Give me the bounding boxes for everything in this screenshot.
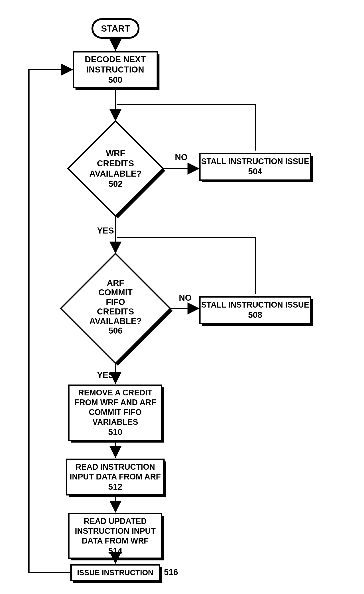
svg-text:CREDITS: CREDITS [97,307,134,316]
svg-text:508: 508 [248,310,262,320]
no-label-1: NO [175,153,188,162]
svg-text:INSTRUCTION: INSTRUCTION [86,65,144,74]
svg-text:INSTRUCTION INPUT: INSTRUCTION INPUT [75,526,156,535]
loop-back-edge [29,70,72,573]
svg-text:READ INSTRUCTION: READ INSTRUCTION [76,462,155,472]
svg-text:504: 504 [248,167,262,176]
node-read-arf: READ INSTRUCTION INPUT DATA FROM ARF 512 [67,459,166,497]
svg-text:516: 516 [164,567,178,577]
svg-text:REMOVE A CREDIT: REMOVE A CREDIT [78,388,152,397]
svg-text:COMMIT FIFO: COMMIT FIFO [89,408,142,417]
svg-text:INPUT DATA FROM ARF: INPUT DATA FROM ARF [70,472,161,481]
svg-text:COMMIT: COMMIT [98,288,133,297]
node-remove-credit: REMOVE A CREDIT FROM WRF AND ARF COMMIT … [69,385,164,443]
start-terminator: START [92,19,139,38]
svg-text:ARF: ARF [107,278,124,288]
svg-text:500: 500 [108,75,122,85]
node-arf-diamond: ARF COMMIT FIFO CREDITS AVAILABLE? 506 [61,254,173,366]
svg-text:STALL INSTRUCTION ISSUE: STALL INSTRUCTION ISSUE [201,300,309,309]
node-stall-508: STALL INSTRUCTION ISSUE 508 [200,297,313,326]
no-label-2: NO [179,293,192,303]
svg-text:WRF: WRF [106,148,125,158]
svg-text:AVAILABLE?: AVAILABLE? [89,169,142,178]
node-decode: DECODE NEXT INSTRUCTION 500 [73,52,159,90]
svg-text:FROM WRF AND ARF: FROM WRF AND ARF [74,398,156,407]
start-label: START [101,24,130,33]
yes-label-1: YES [97,226,114,235]
svg-text:READ UPDATED: READ UPDATED [84,517,147,526]
svg-text:VARIABLES: VARIABLES [92,418,138,426]
svg-text:DECODE NEXT: DECODE NEXT [85,55,146,64]
flowchart: START DECODE NEXT INSTRUCTION 500 WRF CR… [0,0,364,594]
svg-text:CREDITS: CREDITS [97,159,134,168]
yes-label-2: YES [97,371,114,380]
svg-text:ISSUE INSTRUCTION: ISSUE INSTRUCTION [77,568,153,577]
svg-text:514: 514 [108,546,122,555]
svg-text:STALL INSTRUCTION ISSUE: STALL INSTRUCTION ISSUE [201,157,309,166]
svg-text:510: 510 [108,427,122,437]
node-wrf-diamond: WRF CREDITS AVAILABLE? 502 [68,121,165,218]
node-issue: ISSUE INSTRUCTION 516 [71,565,178,583]
svg-text:FIFO: FIFO [106,297,125,307]
svg-text:DATA FROM WRF: DATA FROM WRF [82,536,149,545]
node-stall-504: STALL INSTRUCTION ISSUE 504 [200,154,313,182]
svg-text:AVAILABLE?: AVAILABLE? [89,317,142,326]
svg-text:502: 502 [108,179,122,189]
node-read-wrf: READ UPDATED INSTRUCTION INPUT DATA FROM… [69,514,164,560]
svg-text:506: 506 [108,326,122,335]
svg-text:512: 512 [108,482,122,492]
